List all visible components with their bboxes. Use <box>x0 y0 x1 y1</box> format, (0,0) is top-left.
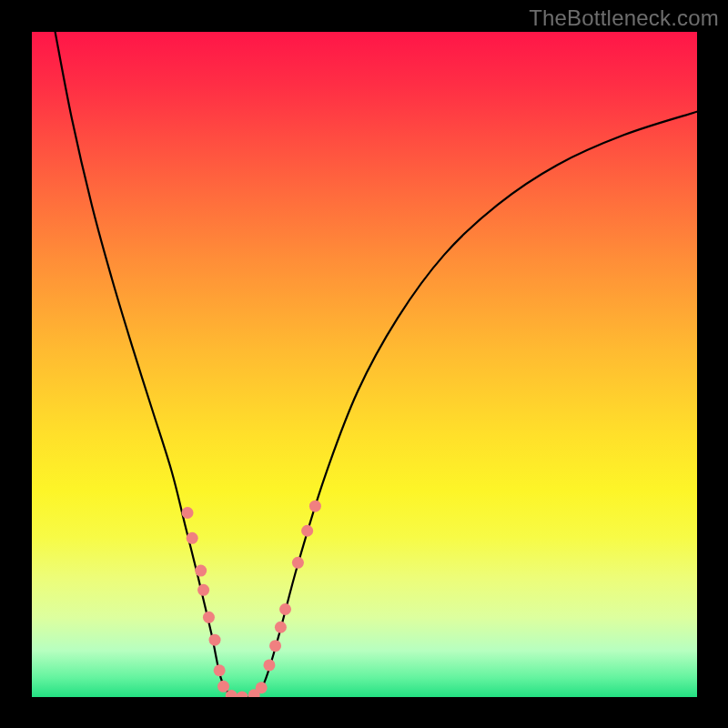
data-marker <box>275 622 287 633</box>
data-marker <box>182 507 194 519</box>
data-marker <box>214 664 226 676</box>
data-marker <box>187 532 198 544</box>
data-marker <box>197 584 209 596</box>
data-marker <box>292 557 304 569</box>
data-marker <box>263 659 275 671</box>
data-marker <box>209 634 221 646</box>
data-marker <box>309 500 321 512</box>
data-marker <box>217 681 229 693</box>
data-marker <box>301 525 313 537</box>
data-marker <box>256 682 268 693</box>
data-marker <box>236 692 248 698</box>
data-marker <box>203 612 215 623</box>
data-marker <box>279 603 291 615</box>
chart-svg <box>32 32 697 697</box>
data-marker <box>269 640 281 652</box>
plot-area <box>32 32 697 697</box>
chart-frame: TheBottleneck.com <box>0 0 728 728</box>
bottleneck-curve <box>56 32 697 697</box>
watermark-text: TheBottleneck.com <box>529 5 719 31</box>
data-marker <box>195 565 207 577</box>
